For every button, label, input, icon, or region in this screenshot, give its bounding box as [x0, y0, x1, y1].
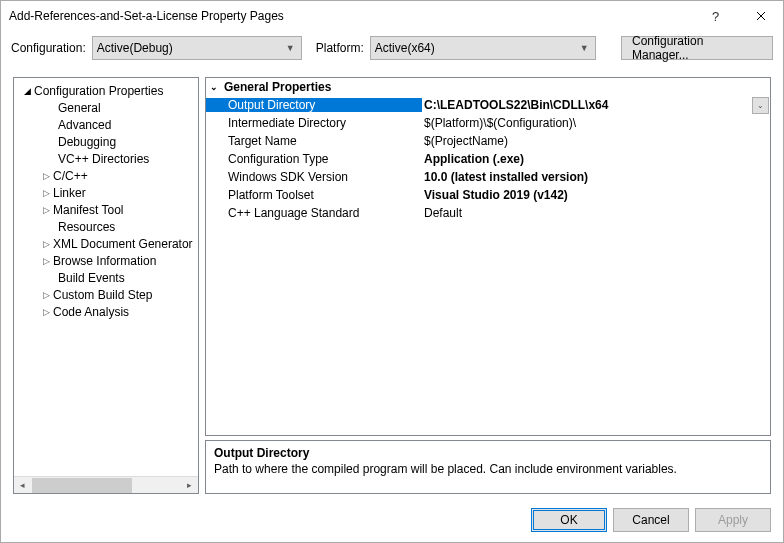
property-label: Windows SDK Version: [206, 170, 422, 184]
tree-item-general[interactable]: General: [14, 99, 198, 116]
tree-item-cpp[interactable]: ▷C/C++: [14, 167, 198, 184]
tree-root[interactable]: ◢ Configuration Properties: [14, 82, 198, 99]
property-row-target-name[interactable]: Target Name $(ProjectName): [206, 132, 770, 150]
expander-open-icon[interactable]: ◢: [20, 86, 34, 96]
configuration-value: Active(Debug): [97, 41, 173, 55]
bottom-bar: OK Cancel Apply: [531, 508, 771, 532]
horizontal-scrollbar[interactable]: ◂ ▸: [14, 476, 198, 493]
property-row-configuration-type[interactable]: Configuration Type Application (.exe): [206, 150, 770, 168]
expander-icon[interactable]: ▷: [39, 205, 53, 215]
close-button[interactable]: [738, 1, 783, 31]
expander-icon[interactable]: ▷: [39, 171, 53, 181]
chevron-down-icon: ▼: [286, 43, 295, 53]
tree-item-custombuild[interactable]: ▷Custom Build Step: [14, 286, 198, 303]
tree-item-buildevents[interactable]: Build Events: [14, 269, 198, 286]
property-row-output-directory[interactable]: Output Directory C:\LEADTOOLS22\Bin\CDLL…: [206, 96, 770, 114]
close-icon: [756, 11, 766, 21]
platform-label: Platform:: [316, 41, 364, 55]
description-text: Path to where the compiled program will …: [214, 462, 762, 476]
property-value[interactable]: Default: [422, 206, 770, 220]
property-grid: ⌄ General Properties Output Directory C:…: [205, 77, 771, 436]
property-label: Intermediate Directory: [206, 116, 422, 130]
property-value[interactable]: $(Platform)\$(Configuration)\: [422, 116, 770, 130]
property-group-header[interactable]: ⌄ General Properties: [206, 78, 770, 96]
property-row-platform-toolset[interactable]: Platform Toolset Visual Studio 2019 (v14…: [206, 186, 770, 204]
expander-icon[interactable]: ▷: [39, 256, 53, 266]
tree-item-debugging[interactable]: Debugging: [14, 133, 198, 150]
apply-button: Apply: [695, 508, 771, 532]
window-title: Add-References-and-Set-a-License Propert…: [9, 9, 693, 23]
tree-item-resources[interactable]: Resources: [14, 218, 198, 235]
scroll-thumb[interactable]: [32, 478, 132, 493]
configuration-label: Configuration:: [11, 41, 86, 55]
expander-icon[interactable]: ▷: [39, 290, 53, 300]
tree-item-advanced[interactable]: Advanced: [14, 116, 198, 133]
right-panel: ⌄ General Properties Output Directory C:…: [205, 77, 771, 494]
configuration-manager-button[interactable]: Configuration Manager...: [621, 36, 773, 60]
property-value[interactable]: Application (.exe): [422, 152, 770, 166]
property-label: Configuration Type: [206, 152, 422, 166]
scroll-left-icon[interactable]: ◂: [14, 477, 31, 494]
expander-icon[interactable]: ▷: [39, 188, 53, 198]
property-value[interactable]: $(ProjectName): [422, 134, 770, 148]
expander-icon[interactable]: ▷: [39, 307, 53, 317]
help-button[interactable]: ?: [693, 1, 738, 31]
tree-item-xmldoc[interactable]: ▷XML Document Generator: [14, 235, 198, 252]
tree-panel: ◢ Configuration Properties General Advan…: [13, 77, 199, 494]
scroll-right-icon[interactable]: ▸: [181, 477, 198, 494]
main-area: ◢ Configuration Properties General Advan…: [13, 77, 771, 494]
property-label: C++ Language Standard: [206, 206, 422, 220]
property-row-intermediate-directory[interactable]: Intermediate Directory $(Platform)\$(Con…: [206, 114, 770, 132]
tree-item-browseinfo[interactable]: ▷Browse Information: [14, 252, 198, 269]
chevron-down-icon: ⌄: [757, 101, 764, 110]
expander-open-icon[interactable]: ⌄: [210, 82, 224, 92]
config-row: Configuration: Active(Debug) ▼ Platform:…: [1, 31, 783, 59]
platform-select[interactable]: Active(x64) ▼: [370, 36, 596, 60]
tree-item-linker[interactable]: ▷Linker: [14, 184, 198, 201]
property-label: Output Directory: [206, 98, 422, 112]
tree-item-vcdirs[interactable]: VC++ Directories: [14, 150, 198, 167]
tree-item-codeanalysis[interactable]: ▷Code Analysis: [14, 303, 198, 320]
expander-icon[interactable]: ▷: [39, 239, 53, 249]
description-panel: Output Directory Path to where the compi…: [205, 440, 771, 494]
platform-value: Active(x64): [375, 41, 435, 55]
property-label: Platform Toolset: [206, 188, 422, 202]
tree-item-manifest[interactable]: ▷Manifest Tool: [14, 201, 198, 218]
dropdown-button[interactable]: ⌄: [752, 97, 769, 114]
chevron-down-icon: ▼: [580, 43, 589, 53]
property-value[interactable]: Visual Studio 2019 (v142): [422, 188, 770, 202]
cancel-button[interactable]: Cancel: [613, 508, 689, 532]
tree[interactable]: ◢ Configuration Properties General Advan…: [14, 78, 198, 476]
titlebar: Add-References-and-Set-a-License Propert…: [1, 1, 783, 31]
property-row-cpp-standard[interactable]: C++ Language Standard Default: [206, 204, 770, 222]
property-value[interactable]: C:\LEADTOOLS22\Bin\CDLL\x64: [422, 98, 752, 112]
description-title: Output Directory: [214, 446, 762, 460]
property-row-sdk-version[interactable]: Windows SDK Version 10.0 (latest install…: [206, 168, 770, 186]
property-value[interactable]: 10.0 (latest installed version): [422, 170, 770, 184]
ok-button[interactable]: OK: [531, 508, 607, 532]
configuration-select[interactable]: Active(Debug) ▼: [92, 36, 302, 60]
property-label: Target Name: [206, 134, 422, 148]
